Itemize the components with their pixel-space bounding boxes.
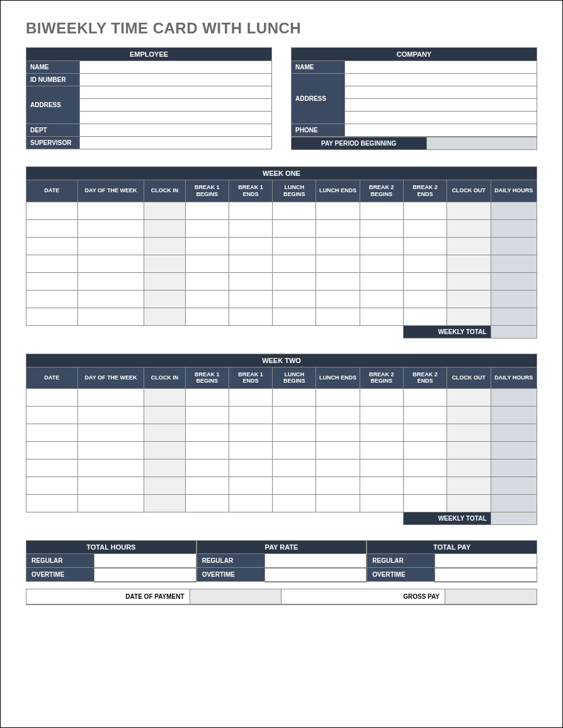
col-dow: DAY OF THE WEEK [77,180,144,202]
col-le: LUNCH ENDS [316,367,360,389]
col-date: DATE [26,367,78,389]
col-b2b: BREAK 2 BEGINS [360,367,403,389]
date-of-payment-field[interactable] [190,589,282,604]
hours-overtime-label: OVERTIME [26,568,94,582]
company-address-field-1[interactable] [345,74,537,86]
hours-regular-label: REGULAR [26,554,94,568]
col-dow: DAY OF THE WEEK [77,367,144,389]
table-row [26,202,537,219]
col-clock-in: CLOCK IN [144,367,185,389]
col-date: DATE [26,180,78,202]
info-row: EMPLOYEE NAME ID NUMBER ADDRESS DEPT [26,47,537,150]
pay-regular-field[interactable] [435,554,537,568]
pay-regular-label: REGULAR [367,554,435,568]
pay-period-field[interactable] [426,137,537,150]
week-one-header: WEEK ONE [26,167,537,180]
table-row [26,255,537,272]
col-daily: DAILY HOURS [491,180,537,202]
col-b1b: BREAK 1 BEGINS [185,367,229,389]
table-row [26,389,537,407]
rate-regular-label: REGULAR [196,554,264,568]
gross-pay-label: GROSS PAY [282,589,445,604]
col-daily: DAILY HOURS [491,367,537,389]
hours-regular-field[interactable] [94,554,196,568]
table-row [26,459,537,477]
employee-header: EMPLOYEE [26,48,272,61]
table-row [26,290,537,308]
date-of-payment-label: DATE OF PAYMENT [26,589,190,604]
employee-box: EMPLOYEE NAME ID NUMBER ADDRESS DEPT [26,47,272,150]
company-header: COMPANY [292,48,537,61]
col-b2b: BREAK 2 BEGINS [360,180,403,202]
table-row [26,407,537,424]
employee-name-field[interactable] [80,61,272,74]
table-row [26,308,537,325]
week-one-block: WEEK ONE DATE DAY OF THE WEEK CLOCK IN B… [26,166,537,338]
col-clock-out: CLOCK OUT [447,180,491,202]
employee-name-label: NAME [26,61,80,74]
page: BIWEEKLY TIME CARD WITH LUNCH EMPLOYEE N… [0,0,563,728]
col-b1b: BREAK 1 BEGINS [185,180,229,202]
pay-rate-box: PAY RATE REGULAR OVERTIME [196,540,367,582]
total-pay-box: TOTAL PAY REGULAR OVERTIME [367,540,537,582]
total-pay-header: TOTAL PAY [367,541,537,554]
hours-overtime-field[interactable] [94,568,196,582]
col-lb: LUNCH BEGINS [273,367,316,389]
table-row [26,424,537,442]
summary-row: TOTAL HOURS REGULAR OVERTIME PAY RATE RE… [26,540,537,582]
company-name-field[interactable] [345,61,537,74]
rate-regular-field[interactable] [264,554,367,568]
employee-id-field[interactable] [80,74,272,86]
table-row [26,237,537,255]
col-b1e: BREAK 1 ENDS [229,367,272,389]
col-b1e: BREAK 1 ENDS [229,180,272,202]
company-address-field-3[interactable] [345,99,537,112]
pay-overtime-label: OVERTIME [367,568,435,582]
employee-dept-field[interactable] [80,124,272,137]
company-phone-field[interactable] [345,124,537,137]
company-address-field-2[interactable] [345,86,537,99]
page-title: BIWEEKLY TIME CARD WITH LUNCH [26,20,537,37]
col-b2e: BREAK 2 ENDS [403,180,446,202]
week-two-header: WEEK TWO [26,354,537,367]
rate-overtime-label: OVERTIME [196,568,264,582]
total-hours-header: TOTAL HOURS [26,541,196,554]
week-two-total-label: WEEKLY TOTAL [403,512,491,525]
table-row [26,495,537,512]
company-box: COMPANY NAME ADDRESS PHONE [291,47,537,150]
table-row [26,477,537,495]
rate-overtime-field[interactable] [264,568,367,582]
employee-address-field-3[interactable] [80,112,272,124]
col-lb: LUNCH BEGINS [273,180,316,202]
table-row [26,442,537,459]
pay-overtime-field[interactable] [435,568,537,582]
week-one-total-field[interactable] [491,325,537,338]
table-row [26,219,537,237]
company-phone-label: PHONE [292,124,345,137]
employee-address-label: ADDRESS [26,86,80,124]
total-hours-box: TOTAL HOURS REGULAR OVERTIME [26,540,196,582]
company-address-label: ADDRESS [292,74,345,124]
company-address-field-4[interactable] [345,112,537,124]
employee-supervisor-field[interactable] [80,137,272,149]
week-one-total-label: WEEKLY TOTAL [403,325,491,338]
table-row [26,272,537,290]
employee-id-label: ID NUMBER [26,74,80,86]
gross-pay-field[interactable] [445,589,537,604]
footer-table: DATE OF PAYMENT GROSS PAY [26,589,537,605]
col-clock-in: CLOCK IN [144,180,185,202]
col-b2e: BREAK 2 ENDS [403,367,446,389]
week-two-total-field[interactable] [491,512,537,525]
week-two-block: WEEK TWO DATE DAY OF THE WEEK CLOCK IN B… [26,354,537,526]
employee-dept-label: DEPT [26,124,80,137]
pay-period-label: PAY PERIOD BEGINNING [292,137,427,150]
col-le: LUNCH ENDS [316,180,360,202]
employee-supervisor-label: SUPERVISOR [26,137,80,149]
col-clock-out: CLOCK OUT [447,367,491,389]
employee-address-field-1[interactable] [80,86,272,99]
company-name-label: NAME [292,61,345,74]
employee-address-field-2[interactable] [80,99,272,112]
pay-rate-header: PAY RATE [196,541,367,554]
